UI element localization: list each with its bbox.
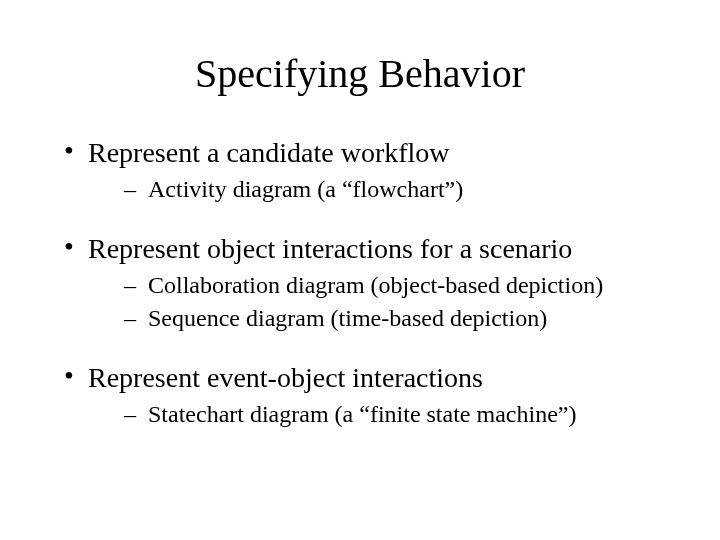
bullet-text: Represent a candidate workflow: [88, 137, 450, 168]
sub-text: Sequence diagram (time-based depiction): [148, 305, 547, 331]
bullet-item: Represent a candidate workflow Activity …: [60, 137, 660, 205]
sub-item: Sequence diagram (time-based depiction): [88, 302, 660, 334]
sub-list: Statechart diagram (a “finite state mach…: [88, 398, 660, 430]
sub-text: Activity diagram (a “flowchart”): [148, 176, 463, 202]
bullet-text: Represent event-object interactions: [88, 362, 483, 393]
sub-text: Statechart diagram (a “finite state mach…: [148, 401, 576, 427]
sub-text: Collaboration diagram (object-based depi…: [148, 272, 603, 298]
sub-item: Collaboration diagram (object-based depi…: [88, 269, 660, 301]
bullet-list: Represent a candidate workflow Activity …: [60, 137, 660, 431]
slide: Specifying Behavior Represent a candidat…: [0, 0, 720, 540]
bullet-item: Represent object interactions for a scen…: [60, 233, 660, 334]
bullet-text: Represent object interactions for a scen…: [88, 233, 572, 264]
sub-item: Statechart diagram (a “finite state mach…: [88, 398, 660, 430]
sub-list: Collaboration diagram (object-based depi…: [88, 269, 660, 334]
slide-title: Specifying Behavior: [60, 50, 660, 97]
sub-list: Activity diagram (a “flowchart”): [88, 173, 660, 205]
bullet-item: Represent event-object interactions Stat…: [60, 362, 660, 430]
sub-item: Activity diagram (a “flowchart”): [88, 173, 660, 205]
